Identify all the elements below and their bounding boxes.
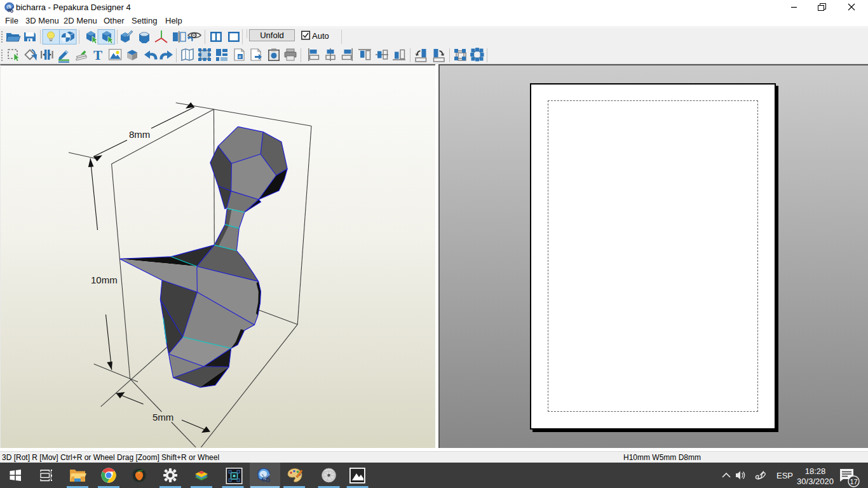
svg-text:ESP: ESP [776,471,793,480]
svg-text:30/3/2020: 30/3/2020 [797,477,834,486]
svg-text:#: # [238,54,241,60]
svg-text:10mm: 10mm [91,274,118,285]
svg-text:8mm: 8mm [129,129,150,140]
svg-text:T: T [93,48,102,63]
svg-text:18:28: 18:28 [805,466,826,476]
svg-text:17: 17 [850,478,857,485]
svg-text:5mm: 5mm [153,412,173,423]
